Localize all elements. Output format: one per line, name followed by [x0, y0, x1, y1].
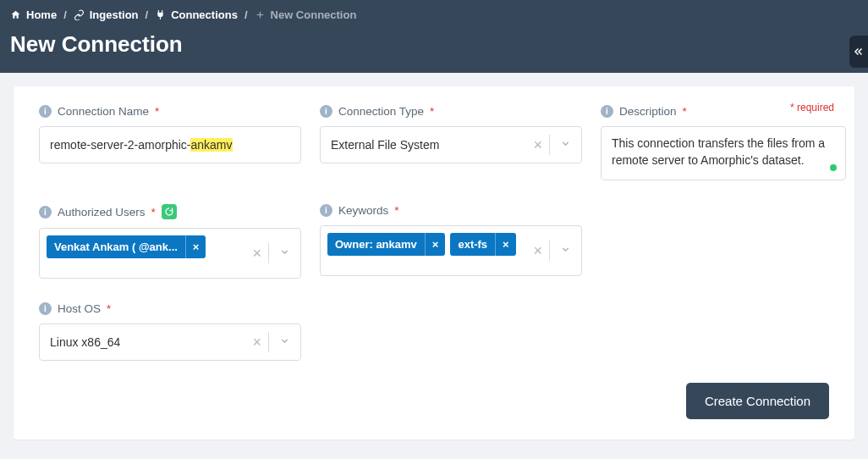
- chip-label: Venkat Ankam ( @ank...: [47, 235, 185, 258]
- required-asterisk: *: [155, 105, 159, 118]
- link-icon: [74, 9, 85, 20]
- chevron-double-left-icon: [853, 46, 865, 58]
- home-icon: [10, 9, 21, 20]
- form-actions: Create Connection: [39, 383, 829, 419]
- page-header: Home / Ingestion / Connections / New Con…: [0, 0, 868, 73]
- select-controls: ×: [526, 135, 581, 155]
- chip-keyword: ext-fs ×: [450, 233, 515, 256]
- required-asterisk: *: [430, 105, 434, 118]
- form-card: * required i Connection Name * remote-se…: [14, 86, 854, 440]
- chips-container: Owner: ankamv × ext-fs ×: [321, 226, 526, 275]
- info-icon[interactable]: i: [601, 105, 613, 118]
- breadcrumb-connections-label: Connections: [171, 8, 238, 21]
- chip-keyword: Owner: ankamv ×: [327, 233, 445, 256]
- required-asterisk: *: [683, 105, 687, 118]
- host-os-value: Linux x86_64: [40, 335, 245, 349]
- field-keywords: i Keywords * Owner: ankamv × ext-fs ×: [320, 204, 582, 279]
- breadcrumb-current-label: New Connection: [271, 8, 357, 21]
- info-icon[interactable]: i: [320, 204, 332, 217]
- info-icon[interactable]: i: [320, 105, 332, 118]
- field-connection-type: i Connection Type * External File System…: [320, 105, 582, 180]
- select-controls: ×: [245, 332, 300, 352]
- description-input[interactable]: This connection transfers the files from…: [601, 126, 846, 180]
- field-connection-name: i Connection Name * remote-server-2-amor…: [39, 105, 301, 180]
- chevron-down-icon[interactable]: [269, 335, 300, 349]
- clear-icon[interactable]: ×: [526, 243, 549, 258]
- plus-icon: [255, 9, 266, 20]
- required-asterisk: *: [151, 206, 156, 218]
- status-dot-icon: [830, 164, 837, 171]
- clear-icon[interactable]: ×: [245, 335, 268, 350]
- select-controls: ×: [526, 226, 581, 275]
- clear-icon[interactable]: ×: [245, 246, 268, 261]
- label-authorized-users: i Authorized Users *: [39, 204, 301, 219]
- page-body: * required i Connection Name * remote-se…: [0, 73, 868, 453]
- select-controls: ×: [245, 229, 300, 278]
- clear-icon[interactable]: ×: [526, 137, 549, 152]
- breadcrumb-ingestion-label: Ingestion: [90, 8, 139, 21]
- empty-cell: [601, 204, 846, 279]
- required-asterisk: *: [107, 302, 111, 315]
- info-icon[interactable]: i: [39, 105, 52, 118]
- label-connection-type: i Connection Type *: [320, 105, 582, 118]
- chevron-down-icon[interactable]: [550, 138, 581, 152]
- chevron-down-icon[interactable]: [269, 246, 300, 260]
- breadcrumb-connections[interactable]: Connections: [155, 8, 238, 21]
- breadcrumb-current: New Connection: [255, 8, 357, 21]
- connection-type-value: External File System: [321, 138, 526, 152]
- required-note: * required: [790, 102, 834, 113]
- chip-remove-icon[interactable]: ×: [185, 235, 206, 258]
- refresh-icon[interactable]: [162, 204, 177, 219]
- side-panel-toggle[interactable]: [849, 36, 868, 68]
- chip-label: ext-fs: [450, 233, 495, 256]
- page-title: New Connection: [10, 31, 858, 58]
- plug-icon: [155, 9, 166, 20]
- authorized-users-select[interactable]: Venkat Ankam ( @ank... × ×: [39, 228, 301, 279]
- chip-remove-icon[interactable]: ×: [425, 233, 446, 256]
- breadcrumb-ingestion[interactable]: Ingestion: [74, 8, 139, 21]
- required-asterisk: *: [394, 204, 398, 217]
- connection-name-input[interactable]: remote-server-2-amorphic-ankamv: [39, 126, 301, 163]
- connection-name-value-prefix: remote-server-2-amorphic-: [50, 138, 190, 152]
- chevron-down-icon[interactable]: [550, 244, 581, 257]
- breadcrumb-sep: /: [146, 8, 149, 21]
- label-text: Keywords: [338, 204, 388, 217]
- info-icon[interactable]: i: [39, 302, 52, 315]
- field-host-os: i Host OS * Linux x86_64 ×: [39, 302, 301, 361]
- breadcrumb: Home / Ingestion / Connections / New Con…: [10, 8, 858, 21]
- label-text: Host OS: [58, 302, 101, 315]
- label-host-os: i Host OS *: [39, 302, 301, 315]
- keywords-select[interactable]: Owner: ankamv × ext-fs × ×: [320, 225, 582, 276]
- info-icon[interactable]: i: [39, 206, 52, 218]
- breadcrumb-sep: /: [244, 8, 248, 21]
- breadcrumb-home-label: Home: [26, 8, 57, 21]
- connection-type-select[interactable]: External File System ×: [320, 126, 582, 163]
- description-value: This connection transfers the files from…: [612, 136, 825, 167]
- chip-authorized-user: Venkat Ankam ( @ank... ×: [47, 235, 206, 258]
- label-text: Authorized Users: [58, 206, 146, 218]
- form-grid: i Connection Name * remote-server-2-amor…: [39, 105, 829, 361]
- host-os-select[interactable]: Linux x86_64 ×: [39, 324, 301, 361]
- label-text: Description: [619, 105, 677, 118]
- label-connection-name: i Connection Name *: [39, 105, 301, 118]
- field-authorized-users: i Authorized Users * Venkat Ankam ( @ank…: [39, 204, 301, 279]
- create-connection-button[interactable]: Create Connection: [686, 383, 829, 419]
- breadcrumb-home[interactable]: Home: [10, 8, 57, 21]
- chip-remove-icon[interactable]: ×: [495, 233, 516, 256]
- field-description: i Description * This connection transfer…: [601, 105, 846, 180]
- chip-label: Owner: ankamv: [327, 233, 425, 256]
- label-text: Connection Type: [338, 105, 424, 118]
- label-keywords: i Keywords *: [320, 204, 582, 217]
- label-text: Connection Name: [58, 105, 149, 118]
- chips-container: Venkat Ankam ( @ank... ×: [40, 229, 245, 278]
- connection-name-value-highlight: ankamv: [190, 138, 232, 152]
- breadcrumb-sep: /: [63, 8, 67, 21]
